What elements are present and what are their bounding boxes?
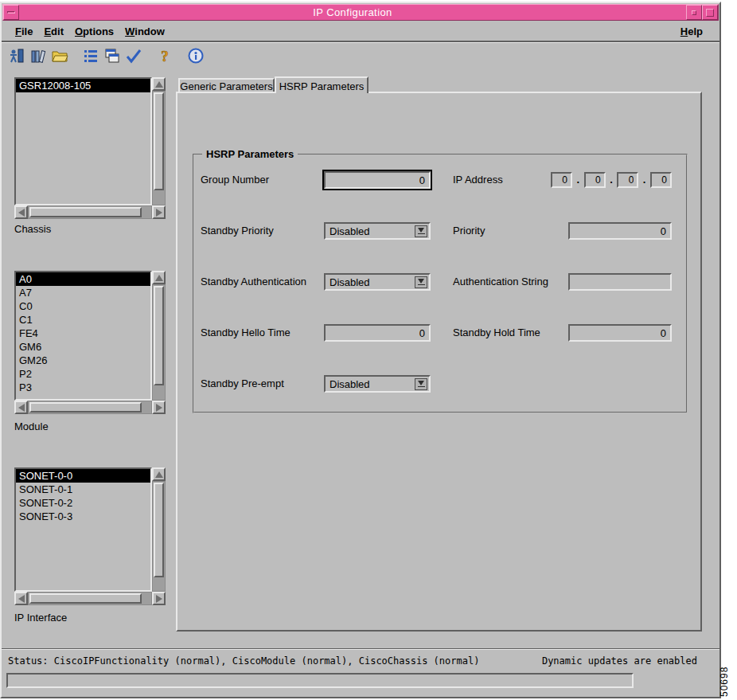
up-arrow-icon <box>155 471 163 478</box>
window-menu-icon <box>7 11 15 14</box>
ip-interface-listbox: SONET-0-0SONET-0-1SONET-0-2SONET-0-3 <box>14 467 166 605</box>
chassis-horizontal-scrollbar[interactable] <box>14 205 166 219</box>
module-horizontal-scrollbar[interactable] <box>14 401 166 414</box>
list-item[interactable]: SONET-0-0 <box>16 469 150 483</box>
exit-button[interactable] <box>6 45 27 66</box>
scrollbar-thumb[interactable] <box>154 483 164 577</box>
scrollbar-trough[interactable] <box>152 284 166 401</box>
scrollbar-thumb[interactable] <box>154 92 164 190</box>
figure-number: 50698 <box>719 667 730 697</box>
ip-octet-1-input[interactable] <box>551 172 572 188</box>
scroll-up-button[interactable] <box>152 77 166 91</box>
scroll-left-button[interactable] <box>14 592 28 605</box>
scroll-left-button[interactable] <box>14 205 28 219</box>
scrollbar-thumb[interactable] <box>29 402 142 413</box>
main-panel: HSRP Parameters Group Number IP Address … <box>176 92 702 632</box>
list-item[interactable]: P2 <box>16 367 150 381</box>
ip-octet-2-input[interactable] <box>584 172 606 188</box>
scroll-right-button[interactable] <box>152 592 166 605</box>
minimize-button[interactable] <box>686 5 702 20</box>
scrollbar-thumb[interactable] <box>154 286 164 385</box>
menu-help[interactable]: Help <box>675 24 708 39</box>
scrollbar-trough[interactable] <box>152 91 166 205</box>
list-item[interactable]: P3 <box>16 381 150 394</box>
dropdown-arrow-icon[interactable] <box>415 276 427 288</box>
ip-interface-horizontal-scrollbar[interactable] <box>14 592 166 605</box>
list-item[interactable]: GSR12008-105 <box>16 79 150 92</box>
octet-separator: . <box>643 172 646 188</box>
standby-priority-label: Standby Priority <box>201 222 274 240</box>
list-item[interactable]: FE4 <box>16 327 150 340</box>
window-title: IP Configuration <box>19 5 686 20</box>
menu-options[interactable]: Options <box>69 24 119 39</box>
group-number-input[interactable] <box>324 171 431 189</box>
scroll-left-button[interactable] <box>14 401 28 414</box>
right-arrow-icon <box>156 595 162 603</box>
priority-label: Priority <box>453 222 485 240</box>
list-item[interactable]: SONET-0-1 <box>16 483 150 496</box>
authentication-string-input[interactable] <box>568 273 672 291</box>
scroll-right-button[interactable] <box>152 401 166 414</box>
priority-input[interactable] <box>568 222 672 240</box>
ip-interface-vertical-scrollbar[interactable] <box>152 467 166 592</box>
chassis-label: Chassis <box>14 223 51 235</box>
books-button[interactable] <box>28 45 49 66</box>
scrollbar-trough[interactable] <box>152 481 166 592</box>
list-item[interactable]: C0 <box>16 299 150 313</box>
help-icon: ? <box>156 47 174 65</box>
list-item[interactable]: GM26 <box>16 354 150 367</box>
octet-separator: . <box>577 172 580 188</box>
scroll-up-button[interactable] <box>152 271 166 284</box>
scrollbar-thumb[interactable] <box>29 593 142 604</box>
dropdown-arrow-icon[interactable] <box>415 378 427 390</box>
menu-file[interactable]: File <box>10 24 38 39</box>
module-vertical-scrollbar[interactable] <box>152 271 166 401</box>
standby-hold-time-label: Standby Hold Time <box>453 324 540 342</box>
dropdown-value: Disabled <box>326 225 415 237</box>
scroll-up-button[interactable] <box>152 467 166 481</box>
apply-check-icon <box>125 47 142 65</box>
scrollbar-trough[interactable] <box>28 205 152 219</box>
list-item[interactable]: A7 <box>16 286 150 299</box>
ip-octet-4-input[interactable] <box>650 172 672 188</box>
standby-priority-dropdown[interactable]: Disabled <box>324 222 431 240</box>
standby-authentication-dropdown[interactable]: Disabled <box>324 273 431 291</box>
contents-list-icon <box>82 47 99 65</box>
windows-button[interactable] <box>102 45 123 66</box>
standby-hello-time-label: Standby Hello Time <box>201 324 291 342</box>
chassis-list: GSR12008-105 <box>14 77 152 205</box>
group-number-label: Group Number <box>201 171 269 189</box>
list-item[interactable]: GM6 <box>16 340 150 354</box>
client-area: GSR12008-105 Chassis A0A7C0C1FE4GM6GM26P… <box>2 69 719 697</box>
standby-authentication-label: Standby Authentication <box>201 273 306 291</box>
list-item[interactable]: A0 <box>16 272 150 286</box>
menu-window[interactable]: Window <box>119 24 170 39</box>
context-help-button[interactable] <box>185 45 206 66</box>
list-item[interactable]: SONET-0-3 <box>16 510 150 523</box>
menu-edit[interactable]: Edit <box>38 24 69 39</box>
standby-hold-time-input[interactable] <box>568 324 672 342</box>
open-folder-button[interactable] <box>49 45 70 66</box>
status-text: Status: CiscoIPFunctionality (normal), C… <box>8 655 479 667</box>
standby-preempt-dropdown[interactable]: Disabled <box>324 375 431 393</box>
contents-list-button[interactable] <box>80 45 101 66</box>
scrollbar-trough[interactable] <box>28 592 152 605</box>
maximize-button[interactable] <box>702 5 718 20</box>
help-button[interactable]: ? <box>154 45 175 66</box>
scrollbar-thumb[interactable] <box>29 207 142 217</box>
standby-hello-time-input[interactable] <box>324 324 431 342</box>
dropdown-arrow-icon[interactable] <box>415 225 427 237</box>
dropdown-value: Disabled <box>326 378 415 390</box>
apply-check-button[interactable] <box>123 45 144 66</box>
scrollbar-trough[interactable] <box>28 401 152 414</box>
tab-hsrp-parameters[interactable]: HSRP Parameters <box>275 76 368 93</box>
maximize-icon <box>706 9 714 17</box>
authentication-string-label: Authentication String <box>453 273 548 291</box>
tab-generic-parameters[interactable]: Generic Parameters <box>178 78 275 92</box>
chassis-vertical-scrollbar[interactable] <box>152 77 166 205</box>
list-item[interactable]: C1 <box>16 313 150 327</box>
ip-octet-3-input[interactable] <box>617 172 638 188</box>
list-item[interactable]: SONET-0-2 <box>16 496 150 510</box>
scroll-right-button[interactable] <box>152 205 166 219</box>
window-menu-button[interactable] <box>3 5 19 20</box>
